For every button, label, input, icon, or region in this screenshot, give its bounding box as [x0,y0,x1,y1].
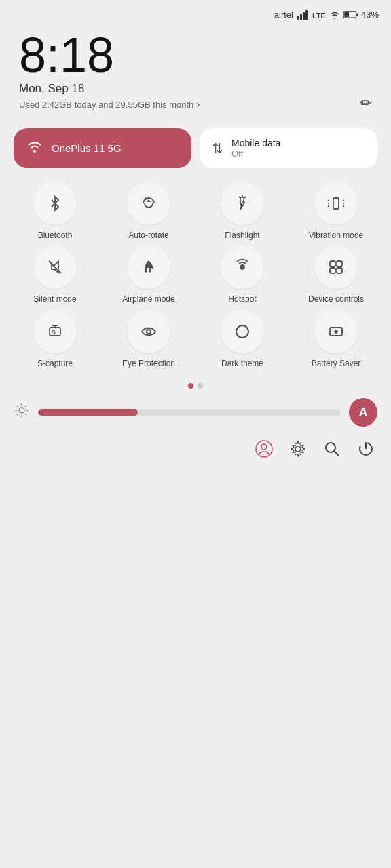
svg-rect-6 [356,13,358,16]
svg-rect-1 [300,14,302,20]
brightness-slider[interactable] [38,409,341,416]
page-dot-1 [188,383,193,389]
toggle-autorotate[interactable]: Auto-rotate [105,182,193,240]
status-bar: airtel LTE 43% [0,0,391,24]
svg-rect-38 [342,330,343,334]
toggle-flashlight[interactable]: Flashlight [198,182,286,240]
toggle-label-flashlight: Flashlight [225,231,259,240]
toggle-bluetooth[interactable]: Bluetooth [11,182,99,240]
brightness-icon [14,402,30,422]
lte-icon: LTE [312,10,326,20]
svg-rect-3 [305,10,308,20]
svg-text:LTE: LTE [312,12,326,20]
toggle-scapture[interactable]: S S-capture [11,310,99,368]
power-button-icon [357,440,375,458]
svg-point-52 [295,446,301,452]
toggle-label-vibration: Vibration mode [309,231,364,240]
svg-line-46 [17,406,18,407]
wifi-tile-icon [26,140,43,157]
toggle-circle-flashlight [221,182,264,225]
brightness-fill [38,409,138,416]
toggle-grid: Bluetooth Auto-rotate Flashlight Vibrati… [0,175,391,375]
svg-line-48 [17,414,18,415]
svg-rect-2 [303,12,305,20]
svg-point-8 [33,150,36,153]
svg-point-34 [147,330,150,333]
brightness-row: A [0,394,391,435]
search-magnify-icon [323,440,341,458]
svg-rect-28 [337,268,342,273]
search-icon[interactable] [323,440,341,462]
svg-point-41 [19,408,24,413]
power-icon[interactable] [357,440,375,462]
edit-icon[interactable]: ✏ [360,95,372,111]
toggle-label-airplane: Airplane mode [122,294,174,304]
svg-point-51 [261,444,267,450]
time-display: 8:18 [19,31,372,79]
mobile-data-text: Mobile data Off [231,138,280,159]
toggle-batterysaver[interactable]: Battery Saver [292,310,380,368]
svg-line-14 [239,197,240,198]
toggle-label-batterysaver: Battery Saver [312,359,361,368]
toggle-circle-hotspot [221,245,264,289]
status-icons: LTE 43% [297,9,379,20]
toggle-circle-devicecontrols [314,245,358,289]
page-dot-2 [198,383,203,389]
svg-rect-7 [344,12,349,17]
data-usage: Used 2.42GB today and 29.55GB this month… [19,98,372,111]
toggle-label-eyeprotection: Eye Protection [122,359,175,368]
toggle-vibration[interactable]: Vibration mode [292,182,380,240]
toggle-circle-batterysaver [314,310,358,353]
carrier-text: airtel [274,9,293,20]
svg-point-36 [236,326,248,338]
mobile-data-arrows-icon: ⇅ [212,140,223,157]
toggle-hotspot[interactable]: Hotspot [198,245,286,304]
wifi-tile-label: OnePlus 11 5G [52,142,122,154]
signal-icon [297,10,310,20]
toggle-devicecontrols[interactable]: Device controls [292,245,380,304]
user-icon[interactable] [255,440,273,462]
toggle-eyeprotection[interactable]: Eye Protection [105,310,193,368]
svg-rect-0 [297,16,299,20]
wifi-tile[interactable]: OnePlus 11 5G [14,128,191,168]
avatar[interactable]: A [349,398,377,427]
page-dots [0,375,391,394]
time-section: 8:18 Mon, Sep 18 Used 2.42GB today and 2… [0,24,391,115]
top-tiles: OnePlus 11 5G ⇅ Mobile data Off [0,115,391,175]
toggle-silent[interactable]: Silent mode [11,245,99,304]
svg-point-53 [326,443,335,452]
sun-icon [14,402,30,418]
toggle-circle-airplane [127,245,170,289]
settings-gear-icon [289,440,307,458]
toggle-label-darktheme: Dark theme [221,359,263,368]
svg-text:S: S [52,329,56,336]
toggle-label-silent: Silent mode [33,294,76,304]
toggle-circle-scapture: S [33,310,77,353]
toggle-label-scapture: S-capture [37,359,73,368]
wifi-status-icon [329,10,341,20]
user-profile-icon [255,440,273,458]
toggle-circle-autorotate [127,182,170,225]
svg-point-24 [240,265,244,269]
toggle-label-bluetooth: Bluetooth [38,231,73,240]
battery-percent: 43% [361,9,379,20]
toggle-circle-eyeprotection [127,310,170,353]
toggle-label-autorotate: Auto-rotate [128,231,168,240]
svg-line-22 [49,261,61,273]
toggle-darktheme[interactable]: Dark theme [198,310,286,368]
svg-rect-26 [337,261,342,267]
svg-line-13 [245,197,246,198]
mobile-data-tile[interactable]: ⇅ Mobile data Off [200,128,377,168]
svg-line-49 [25,406,26,407]
settings-icon[interactable] [289,440,307,462]
svg-rect-27 [330,268,335,273]
toggle-label-devicecontrols: Device controls [308,294,364,304]
battery-icon [343,10,358,19]
toggle-airplane[interactable]: Airplane mode [105,245,193,304]
svg-rect-25 [330,261,335,267]
toggle-circle-darktheme [221,310,264,353]
toggle-label-hotspot: Hotspot [228,294,256,304]
svg-rect-15 [333,198,339,209]
toggle-circle-bluetooth [33,182,77,225]
svg-line-54 [334,451,339,456]
